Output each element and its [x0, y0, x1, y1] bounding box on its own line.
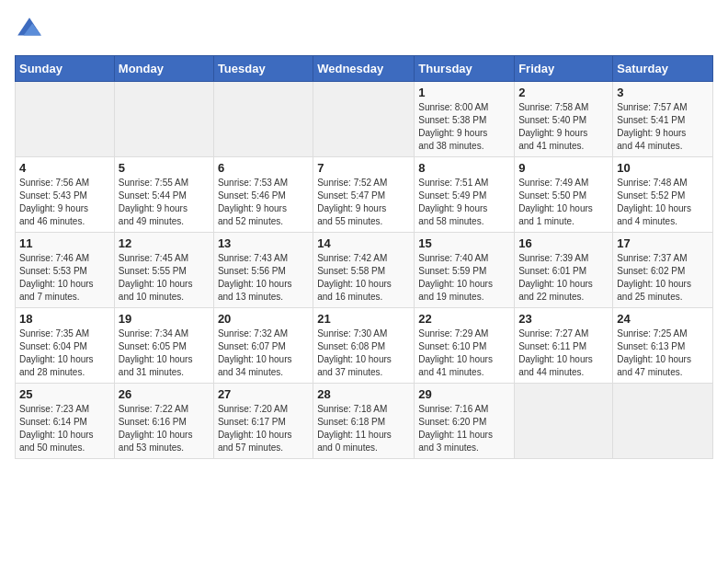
day-number: 23 [518, 312, 609, 326]
day-number: 1 [418, 86, 510, 99]
calendar-cell: 17Sunrise: 7:37 AM Sunset: 6:02 PM Dayli… [613, 233, 713, 308]
calendar-cell: 22Sunrise: 7:29 AM Sunset: 6:10 PM Dayli… [415, 308, 515, 384]
calendar-cell: 25Sunrise: 7:23 AM Sunset: 6:14 PM Dayli… [16, 384, 115, 459]
calendar-cell [613, 384, 713, 459]
calendar-cell: 16Sunrise: 7:39 AM Sunset: 6:01 PM Dayli… [515, 233, 613, 308]
day-number: 3 [617, 86, 709, 99]
day-number: 4 [19, 161, 110, 175]
day-number: 5 [119, 161, 210, 175]
day-info: Sunrise: 7:34 AM Sunset: 6:05 PM Dayligh… [119, 327, 210, 379]
calendar-cell: 24Sunrise: 7:25 AM Sunset: 6:13 PM Dayli… [613, 308, 713, 384]
logo-icon [15, 15, 44, 44]
weekday-header-tuesday: Tuesday [213, 56, 313, 82]
day-number: 15 [418, 236, 510, 250]
calendar-cell: 5Sunrise: 7:55 AM Sunset: 5:44 PM Daylig… [114, 157, 213, 233]
day-number: 2 [518, 86, 609, 99]
day-info: Sunrise: 7:27 AM Sunset: 6:11 PM Dayligh… [518, 327, 609, 379]
calendar-cell [515, 384, 613, 459]
day-info: Sunrise: 7:57 AM Sunset: 5:41 PM Dayligh… [617, 101, 709, 153]
day-info: Sunrise: 7:52 AM Sunset: 5:47 PM Dayligh… [317, 177, 410, 228]
calendar-cell: 14Sunrise: 7:42 AM Sunset: 5:58 PM Dayli… [313, 233, 415, 308]
day-number: 16 [518, 236, 609, 250]
day-info: Sunrise: 7:30 AM Sunset: 6:08 PM Dayligh… [317, 327, 410, 379]
calendar-cell: 7Sunrise: 7:52 AM Sunset: 5:47 PM Daylig… [313, 157, 415, 233]
day-info: Sunrise: 7:20 AM Sunset: 6:17 PM Dayligh… [218, 403, 309, 454]
calendar-cell: 21Sunrise: 7:30 AM Sunset: 6:08 PM Dayli… [313, 308, 415, 384]
day-number: 28 [317, 387, 410, 401]
day-info: Sunrise: 7:32 AM Sunset: 6:07 PM Dayligh… [218, 327, 309, 379]
day-info: Sunrise: 7:29 AM Sunset: 6:10 PM Dayligh… [418, 327, 510, 379]
day-number: 20 [218, 312, 309, 326]
calendar-cell [114, 82, 213, 157]
day-info: Sunrise: 7:39 AM Sunset: 6:01 PM Dayligh… [518, 252, 609, 304]
calendar-cell: 27Sunrise: 7:20 AM Sunset: 6:17 PM Dayli… [213, 384, 313, 459]
day-info: Sunrise: 8:00 AM Sunset: 5:38 PM Dayligh… [418, 101, 510, 153]
page-header [15, 15, 713, 44]
day-info: Sunrise: 7:46 AM Sunset: 5:53 PM Dayligh… [19, 252, 110, 304]
calendar-cell: 11Sunrise: 7:46 AM Sunset: 5:53 PM Dayli… [16, 233, 115, 308]
week-row-3: 18Sunrise: 7:35 AM Sunset: 6:04 PM Dayli… [16, 308, 713, 384]
calendar-cell: 18Sunrise: 7:35 AM Sunset: 6:04 PM Dayli… [16, 308, 115, 384]
week-row-2: 11Sunrise: 7:46 AM Sunset: 5:53 PM Dayli… [16, 233, 713, 308]
day-info: Sunrise: 7:16 AM Sunset: 6:20 PM Dayligh… [418, 403, 510, 454]
day-info: Sunrise: 7:48 AM Sunset: 5:52 PM Dayligh… [617, 177, 709, 228]
day-info: Sunrise: 7:45 AM Sunset: 5:55 PM Dayligh… [119, 252, 210, 304]
calendar-cell: 1Sunrise: 8:00 AM Sunset: 5:38 PM Daylig… [415, 82, 515, 157]
day-number: 18 [19, 312, 110, 326]
week-row-4: 25Sunrise: 7:23 AM Sunset: 6:14 PM Dayli… [16, 384, 713, 459]
calendar-cell: 23Sunrise: 7:27 AM Sunset: 6:11 PM Dayli… [515, 308, 613, 384]
day-number: 8 [418, 161, 510, 175]
day-number: 25 [19, 387, 110, 401]
week-row-1: 4Sunrise: 7:56 AM Sunset: 5:43 PM Daylig… [16, 157, 713, 233]
day-info: Sunrise: 7:23 AM Sunset: 6:14 PM Dayligh… [19, 403, 110, 454]
day-number: 26 [119, 387, 210, 401]
day-number: 29 [418, 387, 510, 401]
day-info: Sunrise: 7:22 AM Sunset: 6:16 PM Dayligh… [119, 403, 210, 454]
week-row-0: 1Sunrise: 8:00 AM Sunset: 5:38 PM Daylig… [16, 82, 713, 157]
day-number: 12 [119, 236, 210, 250]
calendar-cell: 15Sunrise: 7:40 AM Sunset: 5:59 PM Dayli… [415, 233, 515, 308]
day-info: Sunrise: 7:18 AM Sunset: 6:18 PM Dayligh… [317, 403, 410, 454]
weekday-header-sunday: Sunday [16, 56, 115, 82]
day-info: Sunrise: 7:37 AM Sunset: 6:02 PM Dayligh… [617, 252, 709, 304]
day-number: 14 [317, 236, 410, 250]
day-number: 22 [418, 312, 510, 326]
weekday-header-saturday: Saturday [613, 56, 713, 82]
calendar-cell: 10Sunrise: 7:48 AM Sunset: 5:52 PM Dayli… [613, 157, 713, 233]
day-number: 10 [617, 161, 709, 175]
day-number: 21 [317, 312, 410, 326]
day-info: Sunrise: 7:55 AM Sunset: 5:44 PM Dayligh… [119, 177, 210, 228]
calendar-cell: 12Sunrise: 7:45 AM Sunset: 5:55 PM Dayli… [114, 233, 213, 308]
calendar-cell: 2Sunrise: 7:58 AM Sunset: 5:40 PM Daylig… [515, 82, 613, 157]
calendar-cell [16, 82, 115, 157]
day-number: 6 [218, 161, 309, 175]
weekday-header-row: SundayMondayTuesdayWednesdayThursdayFrid… [16, 56, 713, 82]
logo [15, 15, 48, 44]
calendar-cell: 8Sunrise: 7:51 AM Sunset: 5:49 PM Daylig… [415, 157, 515, 233]
day-number: 27 [218, 387, 309, 401]
day-info: Sunrise: 7:51 AM Sunset: 5:49 PM Dayligh… [418, 177, 510, 228]
calendar-cell: 9Sunrise: 7:49 AM Sunset: 5:50 PM Daylig… [515, 157, 613, 233]
calendar-cell [313, 82, 415, 157]
calendar-cell: 4Sunrise: 7:56 AM Sunset: 5:43 PM Daylig… [16, 157, 115, 233]
calendar-cell: 26Sunrise: 7:22 AM Sunset: 6:16 PM Dayli… [114, 384, 213, 459]
calendar-cell: 28Sunrise: 7:18 AM Sunset: 6:18 PM Dayli… [313, 384, 415, 459]
day-number: 19 [119, 312, 210, 326]
day-number: 24 [617, 312, 709, 326]
weekday-header-wednesday: Wednesday [313, 56, 415, 82]
calendar-cell: 3Sunrise: 7:57 AM Sunset: 5:41 PM Daylig… [613, 82, 713, 157]
calendar-cell [213, 82, 313, 157]
day-number: 7 [317, 161, 410, 175]
day-number: 11 [19, 236, 110, 250]
calendar-cell: 19Sunrise: 7:34 AM Sunset: 6:05 PM Dayli… [114, 308, 213, 384]
day-info: Sunrise: 7:58 AM Sunset: 5:40 PM Dayligh… [518, 101, 609, 153]
day-info: Sunrise: 7:25 AM Sunset: 6:13 PM Dayligh… [617, 327, 709, 379]
weekday-header-thursday: Thursday [415, 56, 515, 82]
day-info: Sunrise: 7:49 AM Sunset: 5:50 PM Dayligh… [518, 177, 609, 228]
weekday-header-monday: Monday [114, 56, 213, 82]
weekday-header-friday: Friday [515, 56, 613, 82]
calendar-cell: 20Sunrise: 7:32 AM Sunset: 6:07 PM Dayli… [213, 308, 313, 384]
calendar-cell: 13Sunrise: 7:43 AM Sunset: 5:56 PM Dayli… [213, 233, 313, 308]
day-info: Sunrise: 7:42 AM Sunset: 5:58 PM Dayligh… [317, 252, 410, 304]
day-info: Sunrise: 7:35 AM Sunset: 6:04 PM Dayligh… [19, 327, 110, 379]
